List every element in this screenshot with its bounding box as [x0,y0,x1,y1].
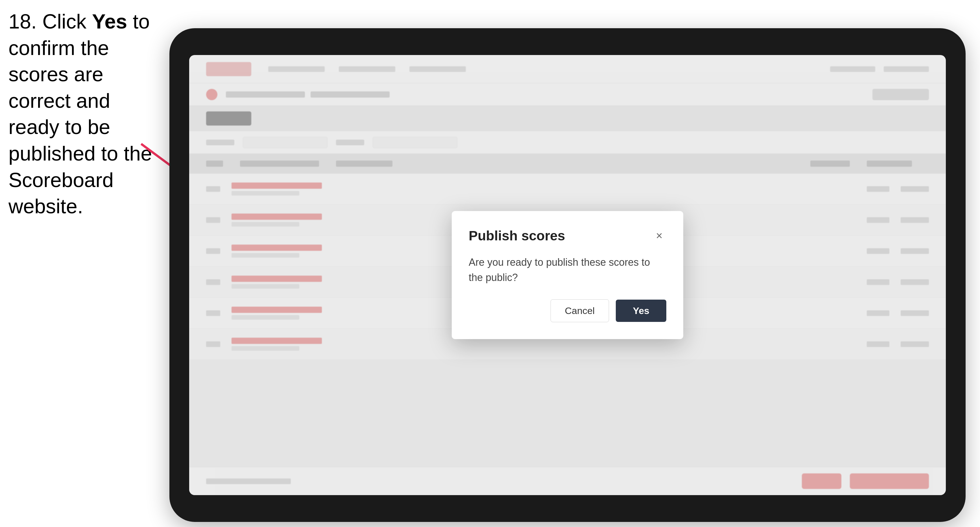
cancel-button[interactable]: Cancel [550,299,609,322]
instruction-text: 18. Click Yes to confirm the scores are … [8,8,167,220]
modal-title: Publish scores [469,228,565,243]
modal-close-button[interactable]: × [652,229,666,243]
tablet-screen: Publish scores × Are you ready to publis… [189,55,946,495]
publish-scores-dialog: Publish scores × Are you ready to publis… [452,211,683,339]
text-after-bold: to confirm the scores are correct and re… [8,10,152,217]
step-number: 18. [8,10,37,33]
yes-button[interactable]: Yes [616,300,666,322]
modal-body-text: Are you ready to publish these scores to… [469,255,666,285]
bold-yes: Yes [92,10,127,33]
text-before-bold: Click [37,10,92,33]
tablet-device: Publish scores × Are you ready to publis… [169,28,966,522]
modal-footer: Cancel Yes [469,299,666,322]
modal-header: Publish scores × [469,228,666,243]
modal-overlay: Publish scores × Are you ready to publis… [189,55,946,495]
